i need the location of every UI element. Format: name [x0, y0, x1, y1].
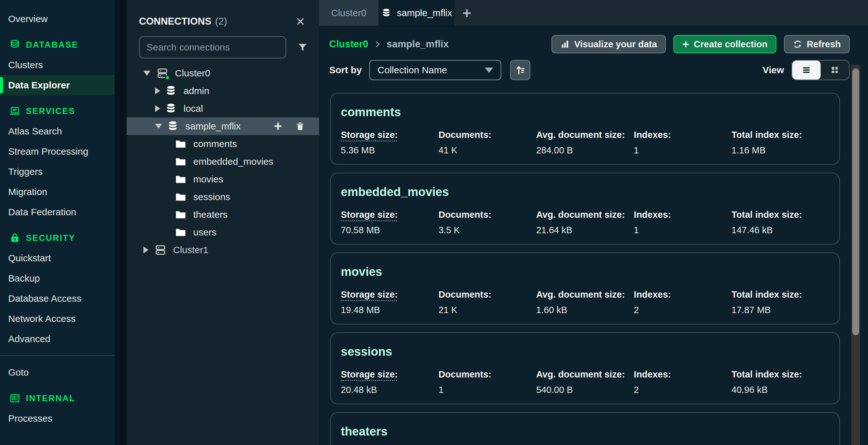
stat-value-avg-doc-size: 21.64 kB [536, 225, 633, 235]
sidebar-item-label: Stream Processing [8, 146, 88, 157]
sort-field-select[interactable]: Collection Name [369, 60, 501, 80]
connections-search-row [139, 36, 310, 58]
scrollbar-track[interactable] [851, 65, 860, 445]
tree-item-local[interactable]: local [127, 100, 319, 117]
collection-name[interactable]: movies [341, 265, 829, 279]
stat-label-total-index-size: Total index size: [732, 369, 829, 380]
tree-item-users[interactable]: users [127, 224, 319, 241]
create-collection-icon[interactable]: + [272, 121, 284, 132]
sort-direction-button[interactable] [510, 60, 530, 80]
tree-item-embedded-movies[interactable]: embedded_movies [127, 153, 319, 170]
create-collection-button[interactable]: + Create collection [674, 35, 776, 53]
close-icon[interactable] [294, 15, 307, 28]
folder-icon [174, 173, 187, 185]
tab-sample-mflix[interactable]: sample_mflix [379, 0, 454, 26]
sidebar-item-stream-processing[interactable]: Stream Processing [0, 141, 115, 162]
section-title: SERVICES [26, 106, 75, 116]
sidebar-item-migration[interactable]: Migration [0, 182, 115, 202]
collection-card-comments[interactable]: comments Storage size:5.36 MB Documents:… [330, 93, 840, 165]
trash-icon[interactable] [294, 121, 306, 132]
tree-item-movies[interactable]: movies [127, 170, 319, 188]
sidebar-item-backup[interactable]: Backup [0, 268, 115, 288]
tab-label: Cluster0 [331, 8, 366, 18]
chevron-right-icon[interactable] [155, 88, 160, 94]
connections-panel: CONNECTIONS (2) Cluster0 [127, 0, 319, 445]
sidebar-item-atlas-search[interactable]: Atlas Search [0, 121, 115, 141]
sidebar-item-quickstart[interactable]: Quickstart [0, 248, 115, 268]
chevron-down-icon[interactable] [144, 71, 150, 76]
sidebar-item-data-explorer[interactable]: Data Explorer [0, 75, 115, 95]
main-content: Cluster0 sample_mflix Visualize your dat… [319, 27, 868, 445]
tree-item-cluster1[interactable]: Cluster1 [127, 241, 319, 259]
stat-value-avg-doc-size: 1.60 kB [536, 305, 633, 315]
tree-item-sessions[interactable]: sessions [127, 188, 319, 206]
stat-label-storage: Storage size: [341, 130, 438, 140]
collection-stats: Storage size:19.48 MB Documents:21 K Avg… [341, 289, 829, 315]
chevron-down-icon[interactable] [155, 124, 162, 129]
search-connections-input[interactable] [139, 36, 286, 58]
chevron-right-icon [373, 40, 381, 48]
collection-name[interactable]: theaters [341, 425, 829, 438]
tree-item-sample-mflix[interactable]: sample_mflix + [127, 117, 319, 135]
sidebar-item-network-access[interactable]: Network Access [0, 309, 115, 329]
stat-value-indexes: 2 [634, 305, 732, 315]
collection-card-movies[interactable]: movies Storage size:19.48 MB Documents:2… [330, 252, 840, 324]
breadcrumb-database: sample_mflix [386, 38, 448, 50]
sidebar-section-database: DATABASE [0, 35, 115, 55]
tree-item-label: embedded_movies [193, 156, 274, 167]
sidebar-item-processes[interactable]: Processes [0, 408, 115, 429]
sidebar-item-label: Database Access [8, 293, 82, 304]
plus-icon: + [682, 39, 689, 49]
stat-value-documents: 3.5 K [438, 225, 536, 235]
sidebar-item-data-federation[interactable]: Data Federation [0, 202, 115, 222]
section-title: DATABASE [26, 40, 78, 50]
stat-label-indexes: Indexes: [634, 369, 732, 380]
lock-icon [9, 233, 20, 243]
stat-label-indexes: Indexes: [634, 210, 732, 220]
collection-card-sessions[interactable]: sessions Storage size:20.48 kB Documents… [330, 332, 840, 404]
stat-value-documents: 21 K [438, 305, 536, 315]
tree-item-comments[interactable]: comments [127, 135, 319, 153]
sidebar-item-goto[interactable]: Goto [0, 362, 115, 382]
collection-name[interactable]: embedded_movies [341, 185, 829, 199]
new-tab-button[interactable]: + [454, 0, 479, 26]
chevron-right-icon[interactable] [144, 246, 149, 253]
stat-value-documents: 1 [438, 385, 536, 395]
breadcrumb-cluster[interactable]: Cluster0 [329, 38, 368, 50]
collection-name[interactable]: sessions [341, 345, 829, 358]
list-view-button[interactable] [792, 61, 820, 79]
services-icon [9, 106, 20, 116]
sidebar-item-clusters[interactable]: Clusters [0, 55, 115, 75]
scrollbar-thumb[interactable] [852, 68, 859, 335]
stat-label-total-index-size: Total index size: [732, 210, 829, 220]
tab-label: sample_mflix [397, 8, 452, 18]
sort-view-row: Sort by Collection Name View [329, 60, 850, 80]
sidebar-item-label: Network Access [8, 313, 75, 324]
tree-item-label: comments [193, 139, 237, 149]
visualize-data-button[interactable]: Visualize your data [552, 35, 666, 53]
sidebar-item-advanced[interactable]: Advanced [0, 329, 115, 349]
stat-label-total-index-size: Total index size: [732, 289, 829, 300]
collection-card-embedded-movies[interactable]: embedded_movies Storage size:70.58 MB Do… [330, 173, 840, 245]
folder-icon [174, 191, 187, 203]
stat-value-storage: 70.58 MB [341, 225, 438, 235]
collection-name[interactable]: comments [341, 105, 829, 119]
tree-item-admin[interactable]: admin [127, 82, 319, 100]
database-icon [166, 120, 179, 133]
collection-card-theaters[interactable]: theaters [330, 412, 840, 445]
tree-item-theaters[interactable]: theaters [127, 206, 319, 224]
stat-value-avg-doc-size: 284.00 B [536, 145, 633, 156]
folder-icon [174, 226, 187, 239]
chevron-right-icon[interactable] [155, 105, 160, 112]
sidebar-item-database-access[interactable]: Database Access [0, 288, 115, 309]
filter-icon[interactable] [296, 40, 310, 54]
stat-value-indexes: 1 [634, 145, 732, 156]
tree-item-cluster0[interactable]: Cluster0 [127, 64, 319, 82]
refresh-button[interactable]: Refresh [784, 35, 850, 53]
stat-value-storage: 20.48 kB [341, 385, 438, 395]
folder-icon [174, 138, 187, 150]
tab-cluster0[interactable]: Cluster0 [319, 0, 379, 26]
sidebar-item-overview[interactable]: Overview [0, 9, 115, 29]
grid-view-button[interactable] [820, 61, 849, 79]
sidebar-item-triggers[interactable]: Triggers [0, 162, 115, 182]
